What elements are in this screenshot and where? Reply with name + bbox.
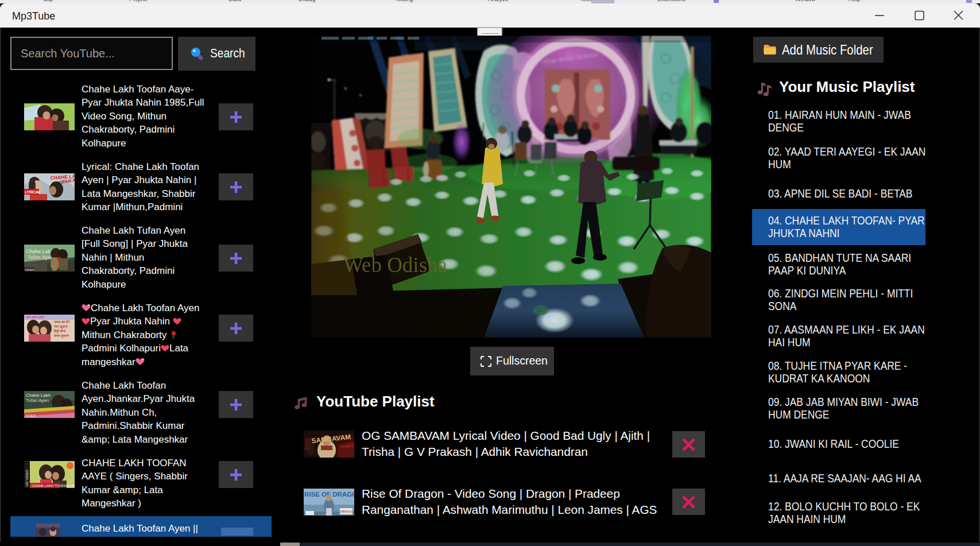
- svg-text:DRAGON: DRAGON: [340, 510, 354, 513]
- svg-text:प्यार झुकता: प्यार झुकता: [53, 325, 68, 329]
- svg-text:जवाब हम देंगे: जवाब हम देंगे: [53, 320, 70, 324]
- svg-text:Chahe Lakh: Chahe Lakh: [26, 393, 51, 398]
- svg-text:Chahe Lakh: Chahe Lakh: [26, 249, 53, 254]
- svg-text:CHAHE LAKH TOOFAN AAYE: CHAHE LAKH TOOFAN AAYE: [32, 484, 75, 487]
- svg-text:Tufan Ayen: Tufan Ayen: [28, 254, 53, 260]
- svg-text:VIDEO: VIDEO: [25, 414, 36, 417]
- svg-text:Tufan Ayen: Tufan Ayen: [26, 398, 49, 403]
- svg-text:LYRICAL: LYRICAL: [25, 190, 41, 194]
- svg-text:मिट्टी सोना: मिट्टी सोना: [53, 329, 66, 334]
- svg-text:बेताब कुदरत: बेताब कुदरत: [53, 334, 69, 338]
- svg-text:HD VIDEO: HD VIDEO: [25, 470, 29, 486]
- svg-text:VIDEO: VIDEO: [25, 268, 35, 272]
- svg-text:मन लगा लगा: मन लगा लगा: [26, 315, 45, 319]
